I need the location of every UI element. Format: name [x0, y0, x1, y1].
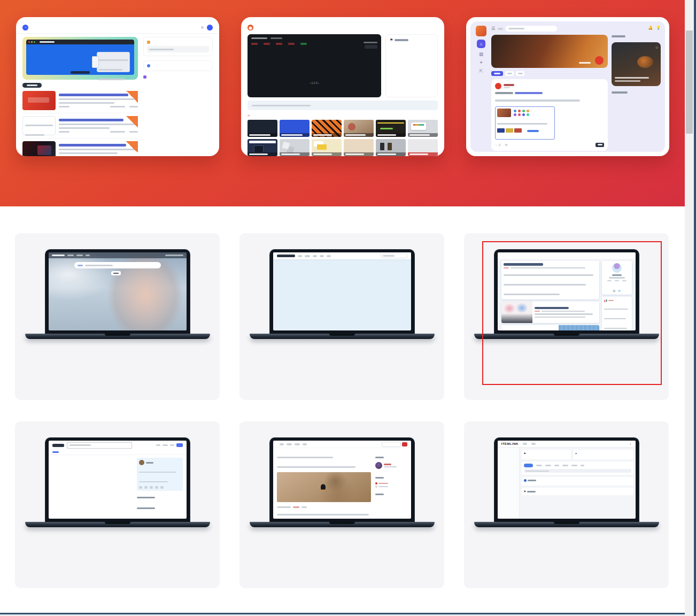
category-tab-active[interactable] — [111, 271, 121, 275]
notice-card: 📢 — [602, 297, 632, 330]
search-input[interactable] — [382, 442, 401, 447]
filter-pill[interactable] — [505, 71, 514, 76]
search-input[interactable] — [67, 442, 132, 449]
theme-card-xqink[interactable] — [15, 421, 220, 588]
search-results — [52, 458, 133, 512]
theme-card-facile[interactable] — [239, 421, 444, 588]
article-item[interactable] — [22, 91, 138, 113]
article-item[interactable] — [22, 116, 138, 138]
hot-sites-panel: ⚑ — [522, 450, 571, 459]
search-bar[interactable] — [248, 101, 438, 110]
hero-banner-section: ◔ — [0, 0, 696, 206]
laptop-illustration — [97, 52, 130, 72]
theme-card-butterfly[interactable]: ⊙✉ 📢 ↻ — [464, 233, 669, 400]
resource-category-panel: ⚑ — [385, 34, 438, 97]
refresh-icon[interactable]: ◇ — [655, 45, 658, 49]
stat-visitors — [251, 42, 258, 45]
sidebar-search-box — [143, 37, 213, 56]
theme-grid: ⊙✉ 📢 ↻ — [0, 233, 696, 588]
nav-search-bar[interactable] — [74, 262, 161, 268]
author-avatar — [375, 462, 382, 469]
blog-search-input[interactable] — [381, 253, 407, 258]
search-tab-active[interactable] — [524, 464, 533, 467]
page: ◔ — [0, 0, 696, 616]
post-card-grid — [273, 259, 411, 265]
stat-visits — [264, 42, 270, 45]
search-button[interactable] — [132, 442, 147, 449]
article-item[interactable] — [22, 141, 138, 156]
theme-card-xiao[interactable] — [239, 233, 444, 400]
phone-illustration — [92, 56, 99, 68]
resource-tile[interactable] — [344, 120, 374, 137]
forum-banner[interactable] — [491, 35, 608, 68]
forum-post-card[interactable]: ♡ 2✉ — [491, 79, 608, 151]
laptop-base — [474, 334, 659, 339]
reply-button[interactable] — [596, 143, 604, 147]
laptop-base — [474, 522, 659, 527]
stat-bounce — [288, 42, 295, 45]
ribbon-icon — [126, 141, 138, 153]
search-button[interactable] — [402, 442, 407, 446]
stat-duration — [300, 42, 307, 45]
moon-icon[interactable]: ◐ — [630, 442, 631, 445]
post-card[interactable] — [501, 302, 599, 323]
laptop-base — [25, 522, 210, 527]
post-card[interactable] — [501, 325, 599, 330]
resource-tile[interactable] — [376, 120, 406, 137]
minecraft-thumbnail — [559, 325, 599, 330]
profile-card — [137, 458, 183, 491]
search-input[interactable] — [147, 46, 209, 52]
bell-icon[interactable]: 🔔 — [648, 26, 653, 30]
featured-image-linux[interactable] — [277, 472, 371, 502]
author-card[interactable]: ⊙✉ — [602, 261, 632, 295]
home-icon[interactable]: ⌂ — [477, 40, 485, 48]
forum-avatar[interactable] — [476, 26, 486, 36]
mail-icon[interactable]: ✉ — [618, 289, 621, 292]
share-icon[interactable]: ⇱ — [479, 68, 483, 74]
resource-tile[interactable] — [376, 139, 406, 156]
github-icon[interactable]: ⊙ — [613, 289, 615, 292]
scrollbar-up-icon[interactable] — [685, 2, 694, 10]
menu-icon[interactable]: ☰ — [491, 26, 495, 31]
featured-screenshot-pi-community[interactable]: ⌂ ▦ ✦ ⇱ ☰ — [466, 17, 669, 156]
resource-tile[interactable] — [344, 139, 374, 156]
hero-slider — [22, 37, 138, 80]
resource-tile[interactable] — [248, 139, 277, 156]
featured-screenshot-liehuo-design[interactable]: ‹ 1 2 3 › ⚑ ∞ — [241, 17, 444, 156]
search-input[interactable] — [524, 469, 631, 473]
post-avatar-pi — [495, 83, 501, 89]
daily-card[interactable]: ◇ — [612, 42, 661, 86]
bulb-icon[interactable]: 💡 — [656, 26, 661, 30]
theme-card-item[interactable]: ITEMLINK ◐ ⚑ — [464, 421, 669, 588]
pi-badge — [595, 56, 604, 65]
star-icon[interactable]: ✦ — [479, 60, 483, 65]
browser-scrollbar[interactable] — [685, 0, 694, 616]
post-embedded-image — [495, 106, 555, 140]
theme-card-beaconnav[interactable] — [15, 233, 220, 400]
laptop-mockup: ⊙✉ 📢 ↻ — [464, 249, 669, 339]
follow-button[interactable] — [605, 283, 629, 288]
featured-screenshot-xiaoye-blog[interactable]: ◔ — [16, 17, 219, 156]
scrollbar-down-icon[interactable] — [685, 602, 694, 610]
bar-chart — [251, 51, 377, 79]
resource-tile[interactable] — [312, 139, 342, 156]
filter-pill-active[interactable] — [491, 71, 503, 76]
scrollbar-thumb[interactable] — [686, 30, 693, 134]
xiaoye-logo-icon: ◔ — [22, 25, 28, 30]
sidebar-menu — [498, 448, 520, 519]
resource-tile[interactable] — [248, 120, 277, 137]
forum-search-input[interactable] — [506, 26, 557, 32]
resource-tile[interactable] — [408, 139, 438, 156]
filter-pill[interactable] — [516, 71, 524, 76]
apps-icon[interactable]: ▦ — [479, 51, 484, 57]
resource-tile[interactable] — [280, 120, 310, 137]
resource-tile[interactable] — [408, 120, 438, 137]
stat-views — [276, 42, 282, 45]
laptop-base — [250, 334, 435, 339]
resource-tile[interactable] — [280, 139, 310, 156]
window-right-border — [694, 0, 696, 616]
post-card[interactable] — [501, 261, 599, 299]
resource-tile[interactable] — [312, 120, 342, 137]
pagination-dots[interactable]: ‹ 1 2 3 › — [310, 81, 319, 84]
tag-pill-active[interactable] — [22, 83, 42, 88]
